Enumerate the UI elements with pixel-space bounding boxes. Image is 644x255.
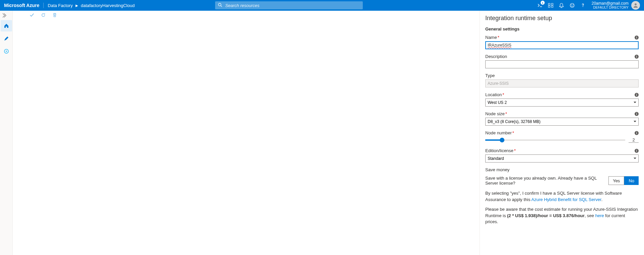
user-info[interactable]: 20aman@gmail.com DEFAULT DIRECTORY: [592, 1, 629, 9]
validate-icon[interactable]: [30, 13, 34, 18]
svg-rect-5: [551, 6, 553, 7]
info-icon[interactable]: i: [635, 131, 639, 135]
feedback-icon[interactable]: [569, 2, 576, 9]
left-sidebar: [0, 11, 13, 255]
search-icon: [218, 3, 225, 8]
info-icon[interactable]: i: [635, 55, 639, 59]
search-box[interactable]: [215, 1, 363, 9]
canvas-toolbar: [13, 11, 480, 21]
topbar-actions: 1: [537, 2, 586, 9]
no-button[interactable]: No: [624, 176, 639, 185]
delete-icon[interactable]: [52, 13, 57, 18]
license-toggle: Yes No: [608, 176, 639, 185]
save-money-heading: Save money: [485, 167, 639, 172]
section-general-settings: General settings: [485, 26, 639, 31]
node-number-slider[interactable]: [485, 137, 625, 143]
svg-point-0: [218, 3, 221, 6]
expand-sidebar-icon[interactable]: [0, 12, 12, 19]
location-select[interactable]: [485, 99, 639, 107]
svg-rect-3: [551, 3, 553, 5]
type-input: [485, 79, 639, 87]
user-email: 20aman@gmail.com: [592, 1, 629, 6]
notification-badge: 1: [541, 1, 545, 5]
cost-text: Please be aware that the cost estimate f…: [485, 206, 639, 226]
chevron-right-icon: ▶: [76, 4, 78, 7]
svg-point-6: [570, 3, 574, 7]
setup-panel: Integration runtime setup General settin…: [480, 11, 644, 255]
svg-point-11: [6, 51, 7, 52]
top-header: Microsoft Azure Data Factory ▶ datafacto…: [0, 0, 644, 11]
label-node-number: Node number*: [485, 130, 514, 135]
avatar[interactable]: [631, 1, 640, 10]
label-type: Type: [485, 73, 495, 78]
yes-button[interactable]: Yes: [608, 176, 624, 185]
breadcrumb-item-datafactory[interactable]: Data Factory: [48, 3, 72, 8]
brand-label[interactable]: Microsoft Azure: [4, 3, 44, 8]
description-input[interactable]: [485, 60, 639, 68]
directory-filter-icon[interactable]: [547, 2, 554, 9]
canvas-area: [13, 11, 480, 255]
save-money-question: Save with a license you already own. Alr…: [485, 176, 608, 186]
svg-point-9: [635, 3, 637, 5]
node-size-select[interactable]: [485, 118, 639, 126]
label-edition: Edition/license*: [485, 148, 516, 153]
label-location: Location*: [485, 92, 504, 97]
panel-title: Integration runtime setup: [485, 15, 639, 22]
search-input[interactable]: [225, 3, 360, 8]
help-icon[interactable]: [580, 2, 586, 9]
svg-rect-2: [548, 3, 550, 5]
cloud-shell-icon[interactable]: 1: [537, 2, 543, 9]
name-input[interactable]: IRAzureSSIS: [485, 41, 639, 49]
svg-point-7: [571, 5, 572, 5]
breadcrumb-item-instance[interactable]: datafactoryHarvestingCloud: [81, 3, 135, 8]
label-name: Name*: [485, 35, 499, 40]
edition-select[interactable]: [485, 154, 639, 163]
hybrid-benefit-link[interactable]: Azure Hybrid Benefit for SQL Server: [531, 197, 601, 202]
notifications-icon[interactable]: [558, 2, 565, 9]
confirm-text: By selecting "yes", I confirm I have a S…: [485, 190, 639, 203]
nav-home[interactable]: [1, 20, 12, 31]
refresh-icon[interactable]: [41, 13, 46, 18]
node-number-value[interactable]: 2: [629, 137, 639, 143]
info-icon[interactable]: i: [635, 36, 639, 40]
info-icon[interactable]: i: [635, 93, 639, 97]
info-icon[interactable]: i: [635, 112, 639, 116]
user-directory: DEFAULT DIRECTORY: [593, 6, 629, 9]
label-description: Description: [485, 54, 507, 59]
info-icon[interactable]: i: [635, 149, 639, 153]
label-node-size: Node size*: [485, 111, 507, 116]
breadcrumb: Data Factory ▶ datafactoryHarvestingClou…: [48, 3, 135, 8]
pricing-link[interactable]: here: [595, 213, 604, 218]
svg-line-1: [221, 5, 222, 7]
nav-author[interactable]: [1, 33, 12, 44]
svg-point-8: [573, 5, 573, 5]
nav-monitor[interactable]: [1, 46, 12, 57]
svg-rect-4: [548, 6, 550, 7]
